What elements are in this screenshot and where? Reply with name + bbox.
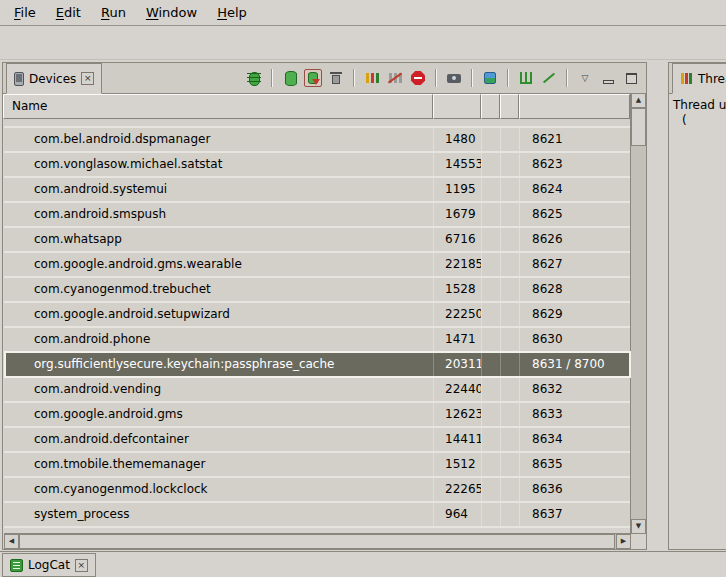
update-threads-icon[interactable] xyxy=(363,69,381,87)
empty-cell xyxy=(501,328,520,351)
close-icon[interactable]: × xyxy=(81,72,94,85)
empty-cell xyxy=(501,303,520,326)
process-row[interactable]: com.google.android.gms126238633 xyxy=(4,403,631,428)
empty-cell xyxy=(482,253,501,276)
menu-bar: FileEditRunWindowHelp xyxy=(0,0,726,26)
stop-process-icon[interactable] xyxy=(409,69,427,87)
system-info-icon[interactable] xyxy=(481,69,499,87)
close-icon[interactable]: × xyxy=(75,559,88,572)
process-row[interactable]: com.tmobile.thememanager15128635 xyxy=(4,453,631,478)
process-name-cell: com.android.vending xyxy=(4,378,434,401)
process-row[interactable]: com.whatsapp67168626 xyxy=(4,228,631,253)
scroll-right-arrow[interactable]: ▶ xyxy=(616,534,631,549)
process-name-cell: com.cyanogenmod.lockclock xyxy=(4,478,434,501)
empty-cell xyxy=(501,153,520,176)
threads-message-line2: ( xyxy=(673,113,726,128)
process-row[interactable]: com.google.android.setupwizard222508629 xyxy=(4,303,631,328)
process-pid-cell: 964 xyxy=(434,503,482,526)
empty-cell xyxy=(501,203,520,226)
process-row[interactable]: com.cyanogenmod.trebuchet15288628 xyxy=(4,278,631,303)
main-toolbar xyxy=(0,27,726,60)
vertical-scroll-thumb[interactable] xyxy=(631,108,646,146)
process-row[interactable]: com.vonglasow.michael.satstat145538623 xyxy=(4,153,631,178)
process-pid-cell: 22440 xyxy=(434,378,482,401)
process-pid-cell: 1195 xyxy=(434,178,482,201)
partial-row xyxy=(4,119,631,128)
horizontal-scroll-thumb[interactable] xyxy=(19,534,615,549)
dump-hprof-icon[interactable] xyxy=(304,69,322,87)
stop-method-profiling-icon[interactable] xyxy=(540,69,558,87)
menu-run[interactable]: Run xyxy=(91,0,136,25)
process-name-cell: org.sufficientlysecure.keychain:passphra… xyxy=(4,353,434,376)
debug-icon[interactable] xyxy=(245,69,263,87)
process-pid-cell: 14553 xyxy=(434,153,482,176)
tab-threads-label: Threads xyxy=(698,72,726,86)
empty-cell xyxy=(482,278,501,301)
tab-threads[interactable]: Threads xyxy=(672,63,726,94)
process-name-cell: com.google.android.gms.wearable xyxy=(4,253,434,276)
process-pid-cell: 1528 xyxy=(434,278,482,301)
scroll-left-arrow[interactable]: ◀ xyxy=(4,534,19,549)
start-method-profiling-icon[interactable] xyxy=(517,69,535,87)
menu-file[interactable]: File xyxy=(4,0,46,25)
process-row[interactable]: com.bel.android.dspmanager14808621 xyxy=(4,128,631,153)
update-heap-icon[interactable] xyxy=(281,69,299,87)
column-header-pid[interactable] xyxy=(433,94,481,119)
empty-cell xyxy=(482,428,501,451)
devices-toolbar xyxy=(245,63,646,93)
empty-cell xyxy=(501,428,520,451)
column-header-blank-1[interactable] xyxy=(481,94,500,119)
menu-window[interactable]: Window xyxy=(136,0,207,25)
column-header-blank-2[interactable] xyxy=(500,94,519,119)
gc-icon[interactable] xyxy=(327,69,345,87)
column-header-name[interactable]: Name xyxy=(3,94,433,119)
tab-logcat[interactable]: LogCat × xyxy=(2,553,96,577)
empty-cell xyxy=(482,503,501,526)
stop-thread-updates-icon[interactable] xyxy=(386,69,404,87)
process-row[interactable]: com.android.phone14718630 xyxy=(4,328,631,353)
minimize-icon[interactable] xyxy=(599,69,617,87)
process-row[interactable]: com.android.smspush16798625 xyxy=(4,203,631,228)
logcat-icon xyxy=(10,559,23,572)
process-name-cell: com.android.systemui xyxy=(4,178,434,201)
view-menu-icon[interactable] xyxy=(576,69,594,87)
scroll-up-arrow[interactable]: ▲ xyxy=(631,93,646,108)
scrollbar-corner xyxy=(630,533,646,549)
threads-tabbar: Threads xyxy=(669,63,726,94)
process-name-cell: com.tmobile.thememanager xyxy=(4,453,434,476)
process-row[interactable]: com.cyanogenmod.lockclock222658636 xyxy=(4,478,631,503)
process-row[interactable]: com.android.vending224408632 xyxy=(4,378,631,403)
process-name-cell: com.cyanogenmod.trebuchet xyxy=(4,278,434,301)
process-row[interactable]: com.google.android.gms.wearable221858627 xyxy=(4,253,631,278)
maximize-icon[interactable] xyxy=(622,69,640,87)
empty-cell xyxy=(482,178,501,201)
empty-cell xyxy=(482,353,501,376)
horizontal-scrollbar[interactable]: ◀ ▶ xyxy=(4,533,631,549)
toolbar-separator xyxy=(435,69,437,87)
scroll-down-arrow[interactable]: ▼ xyxy=(631,519,646,534)
empty-cell xyxy=(501,353,520,376)
process-port-cell: 8626 xyxy=(520,228,631,251)
empty-cell xyxy=(501,278,520,301)
process-pid-cell: 12623 xyxy=(434,403,482,426)
empty-cell xyxy=(482,228,501,251)
process-row[interactable]: com.android.defcontainer144118634 xyxy=(4,428,631,453)
empty-cell xyxy=(482,453,501,476)
process-port-cell: 8631 / 8700 xyxy=(520,353,631,376)
empty-cell xyxy=(501,403,520,426)
tab-devices[interactable]: Devices × xyxy=(6,63,102,94)
process-port-cell: 8624 xyxy=(520,178,631,201)
empty-cell xyxy=(482,328,501,351)
process-port-cell: 8635 xyxy=(520,453,631,476)
screen-capture-icon[interactable] xyxy=(445,69,463,87)
process-row[interactable]: org.sufficientlysecure.keychain:passphra… xyxy=(4,353,631,378)
menu-edit[interactable]: Edit xyxy=(46,0,91,25)
process-row[interactable]: com.android.systemui11958624 xyxy=(4,178,631,203)
menu-help[interactable]: Help xyxy=(207,0,257,25)
process-port-cell: 8628 xyxy=(520,278,631,301)
process-pid-cell: 1512 xyxy=(434,453,482,476)
process-port-cell: 8634 xyxy=(520,428,631,451)
column-header-port[interactable] xyxy=(519,94,630,119)
process-row[interactable]: system_process9648637 xyxy=(4,503,631,528)
vertical-scrollbar[interactable]: ▲ ▼ xyxy=(630,93,646,534)
